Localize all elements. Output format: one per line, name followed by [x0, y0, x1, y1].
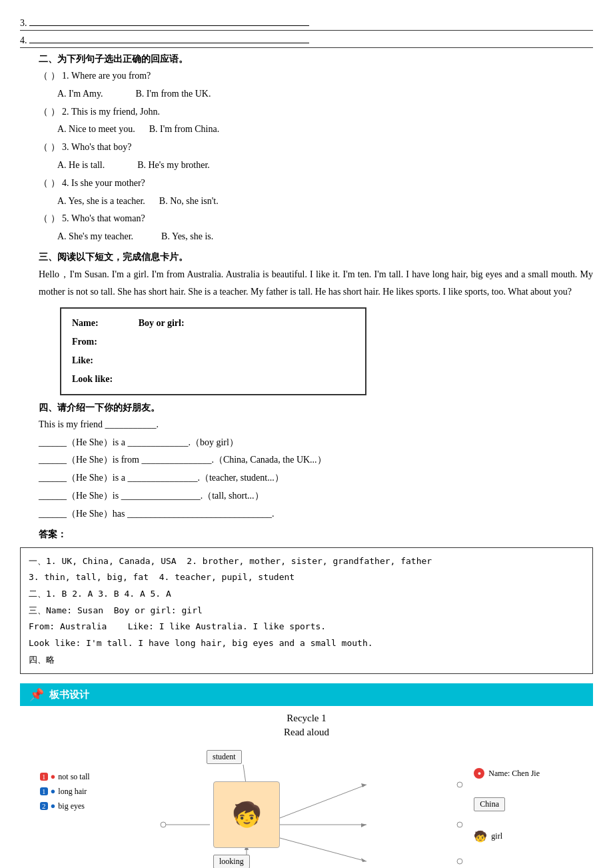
fill3: ______（He She）is a _______________.（teac… — [39, 470, 593, 486]
center-person: 🧒 — [213, 781, 280, 848]
right-info: ● Name: Chen Jie China 🧒 girl — [474, 768, 540, 843]
svg-marker-7 — [361, 783, 366, 787]
fill4: ______（He She）is _________________.（tall… — [39, 488, 593, 504]
q2-line: （ ） 2. This is my friend, John. — [39, 104, 593, 120]
right-tag-girl: 🧒 girl — [474, 830, 540, 843]
q4-answers: A. Yes, she is a teacher. B. No, she isn… — [39, 193, 593, 209]
board-design: Recycle 1 Read aloud — [20, 713, 593, 738]
tag-not-so-tall: 1 ● not so tall — [40, 771, 90, 782]
svg-line-6 — [280, 785, 366, 818]
right-tag-name: ● Name: Chen Jie — [474, 768, 540, 779]
q5-answers: A. She's my teacher. B. Yes, she is. — [39, 229, 593, 245]
svg-point-1 — [161, 822, 166, 827]
tag-big-eyes: 2 ● big eyes — [40, 801, 90, 811]
svg-line-10 — [280, 838, 366, 861]
q4-line: （ ） 4. Is she your mother? — [39, 175, 593, 191]
friend-intro: This is my friend ___________. — [39, 417, 593, 433]
card-look-label: Look like: — [72, 370, 113, 389]
looking-box: looking — [213, 855, 250, 868]
student-box: student — [207, 750, 242, 764]
section2-content: （ ） 1. Where are you from? A. I'm Amy. B… — [20, 68, 593, 245]
q3-answers: A. He is tall. B. He's my brother. — [39, 157, 593, 173]
section4-content: This is my friend ___________. ______（He… — [20, 417, 593, 522]
line4: 4. — [20, 33, 593, 48]
answer-label: 答案： — [20, 529, 593, 541]
info-card: Name: Boy or girl: From: Like: Look like… — [60, 307, 366, 395]
svg-point-13 — [457, 822, 462, 827]
board-icon: 📌 — [29, 687, 44, 702]
board-section-label: 板书设计 — [49, 689, 89, 701]
line3: 3. — [20, 16, 593, 31]
q5-line: （ ） 5. Who's that woman? — [39, 211, 593, 227]
board-section-bar: 📌 板书设计 — [20, 683, 593, 706]
card-boyorgirl-label: Boy or girl: — [139, 314, 185, 333]
answer-box: 一、1. UK, China, Canada, USA 2. brother, … — [20, 547, 593, 675]
board-title2: Read aloud — [20, 727, 593, 738]
tag-long-hair: 1 ● long hair — [40, 786, 90, 797]
q1-answers: A. I'm Amy. B. I'm from the UK. — [39, 86, 593, 102]
fill1: ______（He She）is a _____________.（boy gi… — [39, 435, 593, 451]
board-title1: Recycle 1 — [20, 713, 593, 724]
section2-title: 二、为下列句子选出正确的回应语。 — [20, 53, 593, 65]
svg-point-12 — [457, 782, 462, 787]
svg-point-14 — [457, 859, 462, 864]
section3-title: 三、阅读以下短文，完成信息卡片。 — [20, 251, 593, 263]
svg-marker-9 — [361, 823, 366, 827]
card-name-label: Name: — [72, 314, 99, 333]
q3-line: （ ） 3. Who's that boy? — [39, 139, 593, 155]
passage: Hello，I'm Susan. I'm a girl. I'm from Au… — [20, 266, 593, 301]
card-like-label: Like: — [72, 351, 93, 370]
fill2: ______（He She）is from _______________.（C… — [39, 452, 593, 468]
q2-answers: A. Nice to meet you. B. I'm from China. — [39, 121, 593, 137]
svg-marker-11 — [361, 858, 366, 862]
q1-line: （ ） 1. Where are you from? — [39, 68, 593, 84]
right-tag-china: China — [474, 797, 540, 811]
section4-title: 四、请介绍一下你的好朋友。 — [20, 402, 593, 414]
fill5: ______（He She）has ______________________… — [39, 506, 593, 522]
card-from-label: From: — [72, 333, 97, 351]
left-tags: 1 ● not so tall 1 ● long hair 2 ● big ey… — [40, 771, 90, 811]
diagram-area: 1 ● not so tall 1 ● long hair 2 ● big ey… — [20, 745, 593, 868]
